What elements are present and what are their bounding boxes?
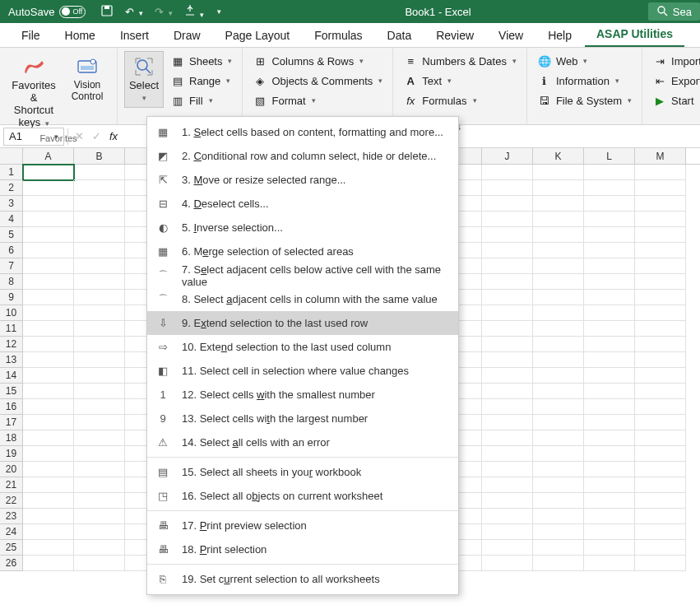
column-header[interactable]: J [482,148,533,164]
cell[interactable] [533,493,584,509]
row-header[interactable]: 14 [0,368,23,384]
columns-rows-button[interactable]: ⊞Columns & Rows▾ [249,51,386,71]
cell[interactable] [482,556,533,571]
cell[interactable] [584,540,635,556]
cell[interactable] [533,384,584,399]
cell[interactable] [635,352,686,368]
cell[interactable] [482,290,533,305]
cell[interactable] [23,509,74,524]
cell[interactable] [74,165,125,180]
cell[interactable] [482,212,533,227]
cell[interactable] [74,305,125,321]
qat-more-icon[interactable]: ▾ [217,7,221,16]
cell[interactable] [482,227,533,243]
cell[interactable] [584,165,635,180]
row-header[interactable]: 16 [0,399,23,415]
tab-asap-utilities[interactable]: ASAP Utilities [585,22,684,47]
tab-home[interactable]: Home [53,24,107,47]
cell[interactable] [584,196,635,212]
cell[interactable] [584,180,635,196]
cell[interactable] [74,227,125,243]
cell[interactable] [533,290,584,305]
cell[interactable] [584,430,635,446]
menu-item-10[interactable]: ⇨10. Extend selection to the last used c… [147,335,458,359]
row-header[interactable]: 26 [0,556,23,571]
tab-file[interactable]: File [10,24,52,47]
cell[interactable] [635,212,686,227]
cell[interactable] [23,212,74,227]
cell[interactable] [74,415,125,430]
cell[interactable] [584,337,635,352]
cell[interactable] [533,556,584,571]
cell[interactable] [74,352,125,368]
cell[interactable] [482,524,533,540]
cell[interactable] [533,196,584,212]
row-header[interactable]: 11 [0,321,23,337]
cell[interactable] [23,305,74,321]
cell[interactable] [533,540,584,556]
cell[interactable] [533,258,584,274]
menu-item-17[interactable]: 🖶17. Print preview selection [147,514,458,537]
cell[interactable] [584,290,635,305]
import-button[interactable]: ⇥Import▾ [649,51,700,71]
cell[interactable] [584,352,635,368]
cell[interactable] [482,493,533,509]
cell[interactable] [23,430,74,446]
cell[interactable] [533,227,584,243]
cell[interactable] [635,258,686,274]
cell[interactable] [584,524,635,540]
row-header[interactable]: 13 [0,352,23,368]
cell[interactable] [533,305,584,321]
cell[interactable] [584,384,635,399]
row-header[interactable]: 8 [0,274,23,290]
menu-item-7[interactable]: ⌒7. Select adjacent cells below active c… [147,263,458,287]
tab-review[interactable]: Review [424,24,485,47]
cell[interactable] [482,196,533,212]
autosave-toggle[interactable]: AutoSave Off [0,6,94,18]
cell[interactable] [635,321,686,337]
cell[interactable] [482,399,533,415]
cell[interactable] [482,462,533,477]
cell[interactable] [635,556,686,571]
cell[interactable] [74,493,125,509]
cell[interactable] [74,196,125,212]
cell[interactable] [482,509,533,524]
cell[interactable] [482,180,533,196]
tab-formulas[interactable]: Formulas [303,24,373,47]
row-header[interactable]: 1 [0,165,23,180]
cell[interactable] [74,274,125,290]
cell[interactable] [482,243,533,258]
menu-item-2[interactable]: ◩2. Conditional row and column select, h… [147,144,458,168]
cell[interactable] [23,196,74,212]
row-header[interactable]: 18 [0,430,23,446]
cell[interactable] [635,477,686,493]
menu-item-5[interactable]: ◐5. Inverse selection... [147,216,458,240]
cell[interactable] [74,337,125,352]
row-header[interactable]: 22 [0,493,23,509]
cell[interactable] [23,165,74,180]
cell[interactable] [533,212,584,227]
cell[interactable] [584,399,635,415]
cell[interactable] [635,399,686,415]
tab-insert[interactable]: Insert [109,24,160,47]
cell[interactable] [74,540,125,556]
row-header[interactable]: 2 [0,180,23,196]
cell[interactable] [74,524,125,540]
cell[interactable] [74,258,125,274]
favorites-button[interactable]: Favorites & Shortcut keys ▾ [7,51,61,133]
cell[interactable] [635,540,686,556]
row-header[interactable]: 4 [0,212,23,227]
cell[interactable] [23,243,74,258]
cell[interactable] [74,290,125,305]
cell[interactable] [635,290,686,305]
cell[interactable] [482,368,533,384]
cell[interactable] [74,368,125,384]
enter-icon[interactable]: ✓ [92,130,101,142]
menu-item-3[interactable]: ⇱3. Move or resize selected range... [147,168,458,192]
cell[interactable] [23,556,74,571]
cell[interactable] [74,399,125,415]
cell[interactable] [584,446,635,462]
menu-item-19[interactable]: ⎘19. Set current selection to all worksh… [147,567,458,591]
menu-item-1[interactable]: ▦1. Select cells based on content, forma… [147,120,458,144]
formulas-button[interactable]: fxFormulas▾ [400,91,520,110]
